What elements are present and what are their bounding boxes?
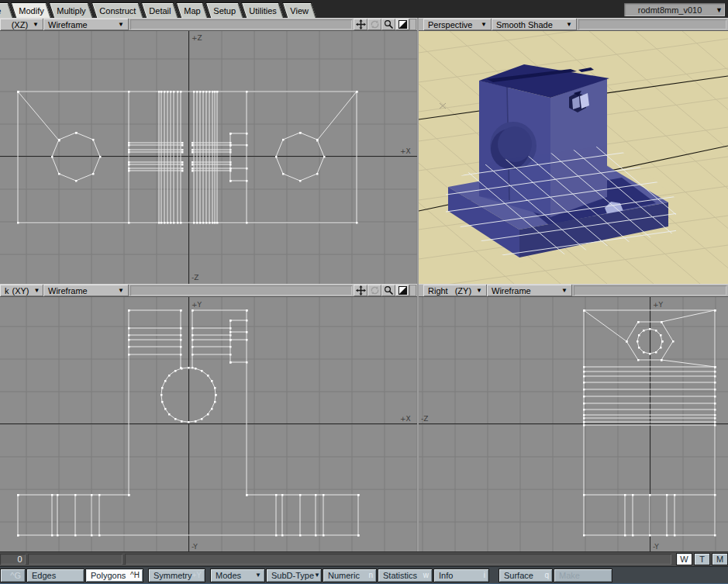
chevron-down-icon: ▼ [118, 287, 124, 294]
magnifier-icon [384, 285, 394, 295]
zoom-viewport-button[interactable] [381, 19, 395, 30]
morph-mode-button[interactable]: M [712, 553, 728, 565]
viewport-header-top-left: (XZ)▼ Wireframe▼ [0, 18, 417, 31]
shading-dropdown-bottom-left[interactable]: Wireframe▼ [43, 285, 129, 296]
move-icon [356, 19, 366, 29]
status-value-box[interactable]: 0 [0, 554, 26, 565]
header-blank-button [409, 285, 416, 296]
document-selector[interactable]: rodmt8mm_v010 ▼ [624, 3, 725, 16]
modeler-window: e Modify Multiply Construct Detail Map S… [0, 0, 728, 584]
maximize-icon [398, 285, 408, 295]
axis-label-right: +X [400, 147, 411, 155]
status-field-1[interactable] [28, 554, 123, 565]
rotate-viewport-button-disabled[interactable] [367, 285, 381, 296]
menu-tab-utilities[interactable]: Utilities [241, 2, 285, 18]
shading-dropdown-perspective[interactable]: Smooth Shade▼ [492, 19, 577, 30]
chevron-down-icon: ▼ [476, 287, 482, 294]
menu-tab-map[interactable]: Map [176, 2, 209, 18]
view-type-dropdown-bottom-left[interactable]: k(XY)▼ [0, 285, 43, 296]
chevron-down-icon: ▼ [561, 287, 568, 294]
numeric-button[interactable]: Numeric n [323, 568, 377, 582]
viewport-row-1: +Z -Z +X [0, 31, 728, 284]
toolbar-button-partial[interactable]: ^G [0, 568, 26, 582]
viewport-canvas-right-zy[interactable]: +Y -Y -Z [419, 297, 728, 551]
weight-mode-button[interactable]: W [676, 553, 692, 565]
modes-dropdown[interactable]: Modes ▼ [210, 568, 265, 582]
make-button-disabled[interactable]: Make [554, 568, 612, 582]
menu-tab-multiply[interactable]: Multiply [49, 2, 94, 18]
chevron-down-icon: ▼ [255, 572, 264, 579]
shading-dropdown-top-left[interactable]: Wireframe▼ [43, 19, 129, 30]
rotate-viewport-button-disabled[interactable] [367, 19, 381, 30]
menu-tab-view[interactable]: View [281, 2, 316, 18]
surface-button[interactable]: Surface q [499, 568, 553, 582]
header-spacer [578, 19, 726, 29]
chevron-down-icon: ▼ [716, 6, 725, 14]
viewport-header-row-1: (XZ)▼ Wireframe▼ Perspective▼ [0, 18, 728, 31]
viewport-row-2: +Y -Y +X [0, 297, 728, 551]
axis-label-top: +Z [191, 34, 202, 42]
edges-button[interactable]: Edges [26, 568, 85, 582]
menu-bar: e Modify Multiply Construct Detail Map S… [0, 0, 728, 18]
document-name: rodmt8mm_v010 [624, 5, 716, 15]
menu-tabs: e Modify Multiply Construct Detail Map S… [0, 2, 316, 18]
menu-tab-modify[interactable]: Modify [11, 2, 52, 18]
axis-label-bottom: -Z [191, 274, 198, 282]
viewport-canvas-back-xy[interactable]: +Y -Y +X [0, 297, 417, 551]
header-spacer [130, 285, 352, 295]
chevron-down-icon: ▼ [118, 21, 124, 28]
rotate-icon [370, 285, 380, 295]
maximize-viewport-button[interactable] [395, 285, 409, 296]
status-field-2[interactable] [125, 554, 671, 565]
statistics-button[interactable]: Statistics w [378, 568, 433, 582]
rotate-icon [370, 19, 380, 29]
view-type-dropdown-perspective[interactable]: Perspective▼ [423, 19, 492, 30]
axis-label-bottom: -Y [191, 543, 198, 551]
maximize-viewport-button[interactable] [395, 19, 409, 30]
menu-tab-detail[interactable]: Detail [141, 2, 179, 18]
bottom-toolbar: ^G Edges Polygons ^H Symmetry +Y Modes ▼… [0, 566, 728, 583]
chevron-down-icon: ▼ [33, 21, 39, 28]
menu-tab-construct[interactable]: Construct [91, 2, 143, 18]
chevron-down-icon: ▼ [34, 287, 40, 294]
maximize-icon [398, 19, 408, 29]
view-type-dropdown-top-left[interactable]: (XZ)▼ [0, 19, 43, 30]
chevron-down-icon: ▼ [566, 21, 572, 28]
shading-dropdown-right[interactable]: Wireframe▼ [487, 285, 572, 296]
info-button[interactable]: Info i [433, 568, 489, 582]
viewport-header-bottom-right: Right(ZY)▼ Wireframe▼ [419, 284, 728, 297]
view-type-dropdown-right[interactable]: Right(ZY)▼ [423, 285, 487, 296]
pan-viewport-button[interactable] [354, 19, 367, 30]
chevron-down-icon: ▼ [481, 21, 487, 28]
viewport-grid [0, 31, 417, 284]
axis-label-top: +Y [653, 301, 664, 309]
move-icon [356, 285, 366, 295]
axis-label-top: +Y [191, 301, 202, 309]
symmetry-button[interactable]: Symmetry +Y [148, 568, 205, 582]
viewport-header-row-2: k(XY)▼ Wireframe▼ Right(ZY)▼ [0, 284, 728, 297]
texture-mode-button[interactable]: T [694, 553, 710, 565]
polygons-button[interactable]: Polygons ^H [85, 568, 143, 582]
header-spacer [574, 285, 726, 295]
header-blank-button [409, 19, 416, 30]
axis-label-bottom: -Y [653, 543, 659, 551]
axis-label-right: +X [400, 415, 411, 423]
viewport-canvas-top-xz[interactable]: +Z -Z +X [0, 31, 417, 284]
viewport-canvas-perspective[interactable] [419, 31, 728, 284]
viewport-header-top-right: Perspective▼ Smooth Shade▼ [419, 18, 728, 31]
status-row: 0 W T M [0, 551, 728, 566]
axis-label-left: -Z [421, 415, 428, 423]
subd-type-dropdown[interactable]: SubD-Type ▼ [266, 568, 322, 582]
menu-tab-setup[interactable]: Setup [205, 2, 243, 18]
pan-viewport-button[interactable] [354, 285, 367, 296]
zoom-viewport-button[interactable] [381, 285, 395, 296]
viewport-header-bottom-left: k(XY)▼ Wireframe▼ [0, 284, 417, 297]
wtm-button-group: W T M [676, 553, 728, 565]
header-spacer [130, 19, 352, 29]
magnifier-icon [384, 19, 394, 29]
